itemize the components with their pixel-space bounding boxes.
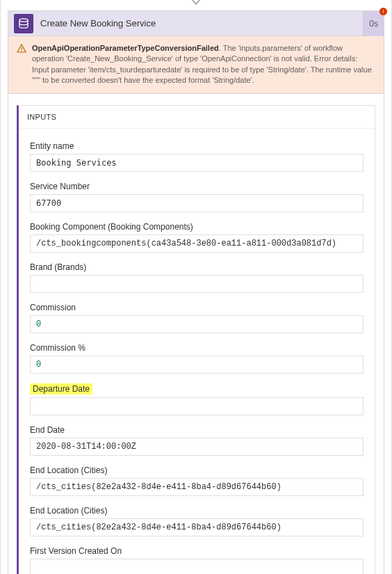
field-label: Entity name: [30, 141, 74, 151]
svg-point-2: [21, 51, 22, 51]
action-title: Create New Booking Service: [40, 18, 356, 29]
inputs-heading: INPUTS: [19, 106, 375, 129]
field-value[interactable]: [30, 275, 364, 293]
field-value[interactable]: Booking Services: [30, 154, 364, 172]
field-value[interactable]: 0: [30, 356, 364, 374]
field-label: End Location (Cities): [30, 465, 107, 475]
field-brand: Brand (Brands): [30, 262, 364, 293]
action-header[interactable]: Create New Booking Service 0s: [8, 11, 384, 36]
field-commission: Commission 0: [30, 303, 364, 333]
error-code: OpenApiOperationParameterTypeConversionF…: [32, 44, 219, 52]
field-label: First Version Created On: [30, 546, 122, 556]
field-end-date: End Date 2020-08-31T14:00:00Z: [30, 425, 364, 456]
field-label: Commission %: [30, 343, 85, 353]
field-service-number: Service Number 67700: [30, 182, 364, 212]
field-value[interactable]: /cts_cities(82e2a432-8d4e-e411-8ba4-d89d…: [30, 478, 364, 496]
field-label: End Date: [30, 425, 65, 435]
field-first-version: First Version Created On: [30, 546, 364, 574]
warning-icon: [17, 44, 26, 86]
field-label: Brand (Brands): [30, 262, 86, 272]
field-label: End Location (Cities): [30, 506, 107, 516]
field-end-location-2: End Location (Cities) /cts_cities(82e2a4…: [30, 506, 364, 536]
inputs-panel: INPUTS Entity name Booking Services Serv…: [17, 105, 375, 574]
dataverse-icon: [14, 14, 33, 33]
field-label: Booking Component (Booking Components): [30, 222, 193, 232]
action-card: ! Create New Booking Service 0s OpenApiO…: [8, 10, 384, 574]
error-badge-icon: !: [379, 8, 387, 15]
field-value[interactable]: [30, 397, 364, 415]
svg-point-0: [19, 18, 28, 21]
field-value[interactable]: /cts_bookingcomponents(ca43a548-3e80-ea1…: [30, 234, 364, 253]
field-label: Service Number: [30, 182, 90, 191]
error-text: OpenApiOperationParameterTypeConversionF…: [32, 43, 375, 86]
field-booking-component: Booking Component (Booking Components) /…: [30, 222, 364, 253]
field-value[interactable]: 0: [30, 315, 364, 333]
field-departure-date: Departure Date: [30, 383, 364, 415]
field-commission-pct: Commission % 0: [30, 343, 364, 374]
field-label-highlighted: Departure Date: [30, 383, 92, 394]
field-value[interactable]: 67700: [30, 194, 364, 212]
field-value[interactable]: [30, 559, 364, 574]
field-value[interactable]: /cts_cities(82e2a432-8d4e-e411-8ba4-d89d…: [30, 518, 364, 536]
field-end-location-1: End Location (Cities) /cts_cities(82e2a4…: [30, 465, 364, 496]
field-label: Commission: [30, 303, 76, 312]
field-value[interactable]: 2020-08-31T14:00:00Z: [30, 438, 364, 456]
field-entity-name: Entity name Booking Services: [30, 141, 364, 172]
connector-arrow-icon: [8, 0, 384, 9]
error-banner: OpenApiOperationParameterTypeConversionF…: [8, 36, 384, 94]
